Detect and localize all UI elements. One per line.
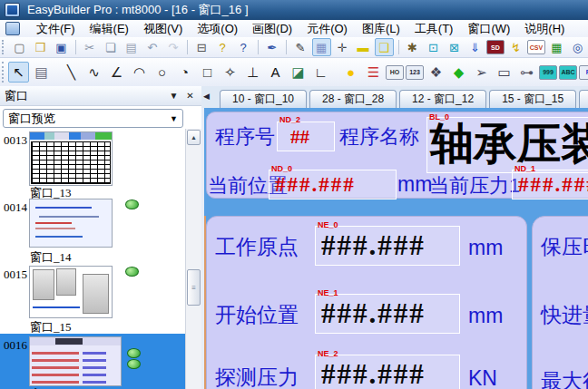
tab-window-28[interactable]: 28 - 窗口_28 [309,90,397,108]
frame-tool-icon[interactable]: ∟ [310,62,331,83]
download-icon[interactable]: ⇓ [466,38,485,56]
header-panel[interactable]: 程序号 ND_2 ## 程序名称 BL_0 轴承压装机 当前位置 ND_0 ##… [206,112,588,199]
parameter-panel-right[interactable]: 保压时间 快进量 最大行程 [532,216,588,389]
recipe-csv-icon[interactable]: CSV [527,40,545,54]
window-thumbnail[interactable] [29,199,113,248]
sd-card-icon[interactable]: SD [486,40,505,54]
menu-tool[interactable]: 工具(T) [407,20,461,38]
picture-tool-icon[interactable]: ◪ [288,62,309,83]
layered-windows-icon[interactable]: ❑ [375,38,394,56]
recipe-table-icon[interactable]: ▦ [547,38,566,56]
save-file-icon[interactable]: ▣ [52,38,71,56]
numeric-input-icon[interactable]: 123 [406,65,424,80]
snap-center-icon[interactable]: ✛ [333,38,352,56]
select-arrow-icon[interactable]: ↖ [8,62,29,83]
tab-window-15[interactable]: 15 - 窗口_15 [489,90,576,108]
paste-icon[interactable]: ▤ [122,38,141,56]
compile-icon[interactable]: ✱ [403,38,422,56]
current-position-unit: mm [397,172,432,197]
title-bar[interactable]: EasyBuilder Pro : mt8000 - [16 - 窗口_16 ] [0,0,588,21]
bit-lamp-icon[interactable]: ● [340,62,361,83]
moving-shape-icon[interactable]: ◆ [448,62,469,83]
panel-header[interactable]: 窗口 ▼ ✕ [0,86,201,106]
polyline-tool-icon[interactable]: ∠ [106,62,127,83]
text-tool-icon[interactable]: A [265,62,286,83]
function-key-icon[interactable]: F [579,65,588,80]
close-icon[interactable]: ✕ [183,89,197,102]
app-icon[interactable] [5,3,20,17]
menu-option[interactable]: 选项(O) [190,20,245,38]
param-field[interactable]: ###.### [315,294,460,334]
chevron-down-icon[interactable]: ▼ [167,89,181,102]
window-bar-icon[interactable]: ▭ [494,62,514,83]
tag-library-icon[interactable]: ✒ [262,38,281,56]
scroll-up-button[interactable]: ▲ [187,130,201,145]
polygon-tool-icon[interactable]: ✧ [220,62,240,83]
scale-tool-icon[interactable]: ⊥ [242,62,263,83]
object-properties-icon[interactable]: ▤ [31,62,52,83]
about-icon[interactable]: ? [213,38,232,56]
menu-bar-items: 文件(F)编辑(E)视图(V)选项(O)画图(D)元件(O)图库(L)工具(T)… [29,20,572,38]
scrollbar-thumb[interactable]: ≡ [187,269,201,306]
redo-icon[interactable]: ↷ [163,38,182,56]
multi-state-switch-icon[interactable]: ❖ [426,62,446,83]
menu-view[interactable]: 视图(V) [136,20,190,38]
grid-icon[interactable]: ▦ [312,38,331,56]
preview-mode-dropdown[interactable]: 窗口预览 ▼ [3,109,183,128]
menu-file[interactable]: 文件(F) [29,20,83,38]
param-field[interactable]: ###.### [315,355,460,389]
window-thumbnail[interactable] [29,336,122,386]
menu-draw[interactable]: 画图(D) [245,20,299,38]
pen-style-icon[interactable]: ✎ [291,38,310,56]
ascii-display-icon[interactable]: ABC [559,65,577,80]
menu-library[interactable]: 图库(L) [355,20,407,38]
context-help-icon[interactable]: ? [234,38,253,56]
open-file-icon[interactable]: ❒ [31,38,50,56]
word-lamp-icon[interactable]: ☰ [363,62,384,83]
new-file-icon[interactable]: ▢ [10,38,29,56]
tab-window-12[interactable]: 12 - 窗口_12 [399,90,486,108]
tab-scroll-left-icon[interactable]: ◀ [203,92,210,101]
machine-title-field[interactable]: 轴承压装机 [426,117,588,173]
visibility-badge-icon [127,348,141,358]
key-object-icon[interactable]: ⊶ [516,62,537,83]
option-list-icon[interactable]: ➢ [471,62,492,83]
design-canvas[interactable]: 程序号 ND_2 ## 程序名称 BL_0 轴承压装机 当前位置 ND_0 ##… [201,108,588,389]
program-no-field[interactable]: ## [277,122,335,151]
menu-window[interactable]: 窗口(W) [460,20,517,38]
cut-icon[interactable]: ✂ [80,38,99,56]
arc-tool-icon[interactable]: ◠ [129,62,150,83]
numeric-display-icon[interactable]: 999 [539,65,557,80]
copy-icon[interactable]: ❏ [101,38,120,56]
window-thumbnail[interactable] [29,131,113,186]
current-position-field[interactable]: ###.### [269,170,397,199]
child-window-icon[interactable] [5,22,20,35]
print-icon[interactable]: ⊟ [192,38,211,56]
toolbar-grip[interactable] [2,40,5,55]
thumb-titlebar [30,132,112,140]
param-field[interactable]: ###.### [315,226,460,266]
bezier-tool-icon[interactable]: ∿ [83,62,104,83]
menu-edit[interactable]: 编辑(E) [83,20,136,38]
line-tool-icon[interactable]: ╲ [61,62,82,83]
tab-window-18[interactable]: 18 - 窗口_18 [579,90,588,108]
pie-tool-icon[interactable]: ◔ [174,62,195,83]
menu-help[interactable]: 说明(H) [517,20,572,38]
chevron-down-icon: ▼ [170,114,178,123]
window-thumbnail[interactable] [29,266,113,318]
sidebar-scrollbar[interactable]: ▲ ≡ [185,129,201,389]
toolbar-grip[interactable] [2,62,4,83]
parameter-panel-left[interactable]: 工作原点 NE_0 ###.### mm 开始位置 NE_1 ###.### m… [206,216,527,389]
undo-icon[interactable]: ↶ [142,38,162,56]
window-object-icon[interactable]: ▬ [354,38,373,56]
macro-editor-icon[interactable]: ↯ [506,38,525,56]
rectangle-tool-icon[interactable]: □ [197,62,218,83]
menu-object[interactable]: 元件(O) [299,20,355,38]
tab-window-10[interactable]: 10 - 窗口_10 [220,90,307,108]
offline-simulation-icon[interactable]: ⊠ [445,38,464,56]
ellipse-tool-icon[interactable]: ○ [152,62,172,83]
online-simulation-icon[interactable]: ⊡ [424,38,443,56]
current-pressure-field[interactable]: ###.### [512,170,588,199]
toggle-switch-icon[interactable]: HO [386,65,404,80]
project-viewer-icon[interactable]: ◎ [568,38,587,56]
